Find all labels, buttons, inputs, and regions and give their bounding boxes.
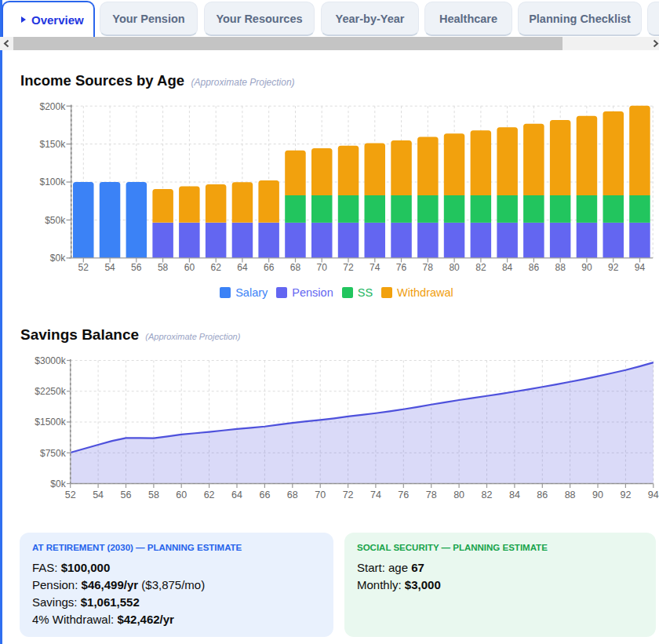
svg-text:72: 72 [343,262,354,273]
svg-text:80: 80 [453,489,464,500]
svg-text:$1500k: $1500k [35,417,66,428]
svg-text:92: 92 [608,262,619,273]
svg-text:88: 88 [565,489,576,500]
svg-text:52: 52 [78,262,89,273]
svg-text:94: 94 [635,262,646,273]
svg-text:58: 58 [148,489,159,500]
svg-text:70: 70 [315,489,326,500]
svg-text:$50k: $50k [45,215,66,226]
svg-text:54: 54 [104,262,115,273]
svg-text:$0k: $0k [50,478,66,489]
svg-text:54: 54 [93,489,104,500]
svg-text:78: 78 [426,489,437,500]
svg-text:$150k: $150k [39,139,66,150]
svg-text:70: 70 [317,262,328,273]
svg-text:90: 90 [581,262,592,273]
svg-text:74: 74 [370,489,381,500]
svg-text:78: 78 [423,262,434,273]
svg-text:68: 68 [290,262,301,273]
svg-text:84: 84 [509,489,520,500]
svg-text:82: 82 [475,262,486,273]
svg-text:64: 64 [237,262,248,273]
svg-text:56: 56 [121,489,132,500]
svg-text:68: 68 [287,489,298,500]
svg-text:66: 66 [259,489,270,500]
svg-text:74: 74 [370,262,380,273]
svg-text:76: 76 [398,489,409,500]
svg-text:60: 60 [184,262,195,273]
svg-text:88: 88 [555,262,566,273]
svg-text:94: 94 [648,489,659,500]
svg-text:72: 72 [343,489,354,500]
svg-text:86: 86 [529,262,540,273]
svg-text:58: 58 [158,262,169,273]
svg-text:84: 84 [502,262,513,273]
svg-text:76: 76 [396,262,407,273]
svg-text:$0k: $0k [50,253,66,264]
svg-text:86: 86 [537,489,548,500]
svg-text:66: 66 [264,262,275,273]
svg-text:$750k: $750k [40,448,67,459]
svg-text:$200k: $200k [39,101,66,112]
svg-text:62: 62 [211,262,222,273]
svg-text:60: 60 [176,489,187,500]
svg-text:82: 82 [482,489,493,500]
svg-text:64: 64 [231,489,242,500]
svg-text:62: 62 [204,489,215,500]
svg-text:90: 90 [592,489,603,500]
svg-text:52: 52 [65,489,76,500]
svg-text:$3000k: $3000k [35,355,66,366]
svg-text:$2250k: $2250k [35,386,66,397]
svg-text:80: 80 [449,262,460,273]
svg-text:$100k: $100k [39,176,66,187]
svg-text:92: 92 [620,489,631,500]
svg-text:56: 56 [131,262,142,273]
